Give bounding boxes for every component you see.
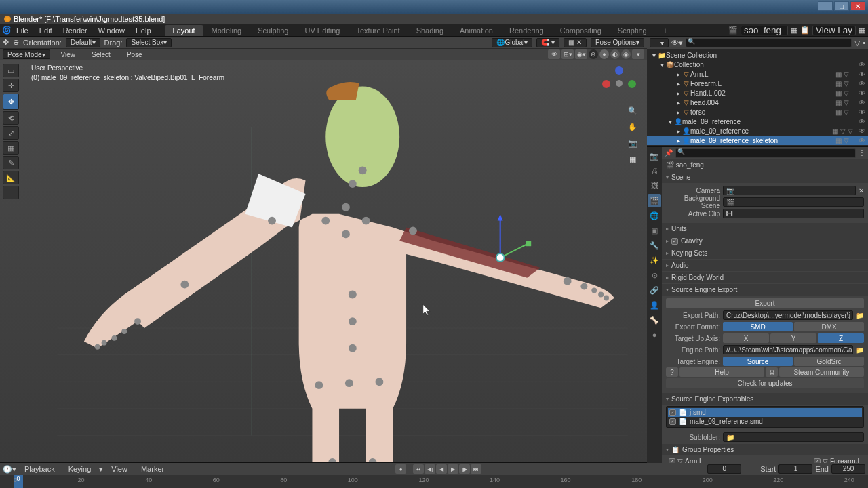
updates-button[interactable]: Check for updates [666,378,864,388]
shading-dropdown[interactable]: ▾ [632,49,644,59]
engine-path-field[interactable]: //..\..\Steam\win\J\steamapps\common\Gar… [723,345,853,354]
export-path-field[interactable]: C:\Users\Jordan Cruz\Desktop\...yermodel… [723,310,853,320]
gizmo-toggle[interactable]: ⊞▾ [561,49,574,59]
axis-z-icon[interactable] [615,66,623,75]
proptab-bone[interactable]: 🦴 [648,313,661,327]
tab-sculpting[interactable]: Sculpting [250,25,296,36]
annotate-tool[interactable]: ✎ [3,156,19,169]
engine-goldsrc-button[interactable]: GoldSrc [794,357,864,366]
exportables-list[interactable]: ✓📄j.smd ✓📄male_09_reference.smd [666,406,864,428]
outliner-display-icon[interactable]: 👁▾ [671,39,683,47]
shading-material[interactable]: ◐ [610,49,620,59]
panel-rigidbody[interactable]: Rigid Body World [662,272,868,283]
play[interactable]: ▶ [448,464,458,474]
shading-rendered[interactable]: ◉ [621,49,631,59]
menu-help[interactable]: Help [130,25,157,36]
tab-modeling[interactable]: Modeling [203,25,250,36]
proptab-render[interactable]: 📷 [648,149,661,163]
pan-icon[interactable]: ✋ [627,121,639,133]
keyframe-prev[interactable]: ◀| [425,464,435,474]
panel-audio[interactable]: Audio [662,260,868,271]
proptab-viewlayer[interactable]: 🖼 [648,179,661,192]
view-menu[interactable]: View [56,49,81,60]
tab-uvediting[interactable]: UV Editing [296,25,348,36]
axis-x-button[interactable]: X [723,333,769,343]
perspective-toggle-icon[interactable]: ▦ [627,153,639,165]
rotate-tool[interactable]: ⟲ [3,111,19,125]
browse-icon[interactable]: 📁 [856,346,864,354]
outliner-filter-icon[interactable]: ▽ [854,39,860,47]
help-icon[interactable]: ? [666,367,678,377]
timeline-track[interactable]: 0 02040 6080100 120140160 180200220 240 [0,475,868,488]
transform-orientation[interactable]: 🌐 Global ▾ [492,38,532,47]
activeclip-field[interactable]: 🎞 [723,209,864,218]
prop-pin-icon[interactable]: 📌 [665,149,673,157]
move-tool[interactable]: ✥ [3,94,19,110]
pose-menu[interactable]: Pose [121,49,148,60]
measure-tool[interactable]: 📐 [3,171,19,184]
select-box-tool[interactable]: ▭ [3,64,19,77]
properties-search[interactable] [675,148,856,158]
navigation-gizmo[interactable] [602,66,636,100]
start-frame[interactable]: 1 [778,464,812,474]
mode-dropdown[interactable]: Pose Mode ▾ [3,49,50,59]
menu-edit[interactable]: Edit [34,25,58,36]
timeline-editor-icon[interactable]: 🕐▾ [3,465,16,474]
select-menu[interactable]: Select [86,49,116,60]
help-button[interactable]: Help [679,367,764,377]
export-button[interactable]: Export [666,298,864,308]
tab-scripting[interactable]: Scripting [610,25,655,36]
proptab-particle[interactable]: ✨ [648,253,661,267]
proptab-material[interactable]: ● [648,328,661,342]
keyframe-next[interactable]: |▶ [459,464,470,474]
menu-render[interactable]: Render [58,25,93,36]
camera-view-icon[interactable]: 📷 [627,137,639,149]
axis-y-button[interactable]: Y [770,333,816,343]
current-frame[interactable]: 0 [707,464,741,474]
axis-x-icon[interactable] [602,80,610,88]
scene-browse-icon[interactable]: ▦ [791,26,797,35]
orientation-dropdown[interactable]: Default ▾ [66,38,100,47]
cursor-tool[interactable]: ✛ [3,79,19,92]
proptab-output[interactable]: 🖨 [648,164,661,178]
scale-tool[interactable]: ⤢ [3,126,19,140]
transform-tool[interactable]: ▦ [3,141,19,155]
viewlayer-input[interactable] [812,26,856,35]
axis-y-icon[interactable] [628,80,636,88]
tab-shading[interactable]: Shading [408,25,452,36]
menu-window[interactable]: Window [93,25,130,36]
timeline-view[interactable]: View [106,464,133,474]
bgscene-field[interactable]: 🎬 [723,197,864,207]
filter-icon[interactable]: ▦ ✕ [564,38,587,47]
proptab-modifier[interactable]: 🔧 [648,239,661,252]
panel-keying[interactable]: Keying Sets [662,247,868,259]
tab-layout[interactable]: Layout [165,25,203,36]
outliner-search[interactable] [686,38,852,47]
outliner-new-icon[interactable]: • [863,39,865,47]
prop-options-icon[interactable]: ⋮ [859,149,865,157]
end-frame[interactable]: 250 [831,464,865,474]
proptab-scene[interactable]: 🎬 [648,194,661,207]
timeline-marker[interactable]: Marker [136,464,170,474]
tab-compositing[interactable]: Compositing [552,25,610,36]
menu-file[interactable]: File [11,25,34,36]
scene-name-input[interactable] [741,26,788,35]
engine-source-button[interactable]: Source [723,357,793,366]
tab-animation[interactable]: Animation [452,25,501,36]
move-tool-icon[interactable]: ⊕ [13,38,19,47]
proptab-physics[interactable]: ⊙ [648,268,661,282]
axis-z-button[interactable]: Z [818,333,864,343]
steam-button[interactable]: Steam Community [779,367,864,377]
overlay-toggle[interactable]: 👁 [548,49,560,59]
maximize-button[interactable]: □ [834,1,849,11]
tab-add[interactable]: + [655,25,675,36]
panel-sourceexport[interactable]: Source Engine Export [662,284,868,296]
proptab-constraint[interactable]: 🔗 [648,283,661,297]
panel-exportables[interactable]: Source Engine Exportables [662,393,868,405]
panel-units[interactable]: Units [662,223,868,235]
panel-gravity[interactable]: ✓Gravity [662,235,868,247]
tab-texturepaint[interactable]: Texture Paint [348,25,408,36]
group-properties-header[interactable]: 📋 Group Properties [662,444,868,455]
browse-icon[interactable]: 📁 [856,312,864,319]
3d-viewport[interactable]: User Perspective (0) male_09_reference_s… [0,60,647,462]
